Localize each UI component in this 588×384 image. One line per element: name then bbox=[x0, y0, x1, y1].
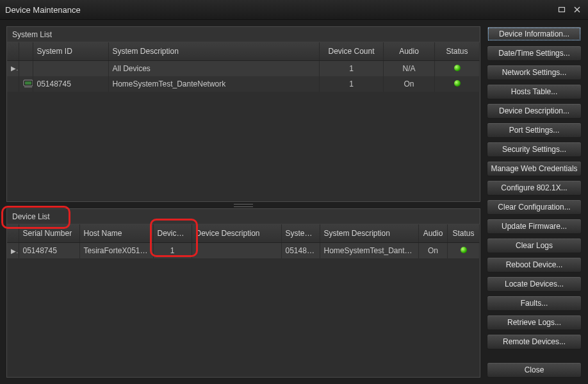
col-status[interactable]: Status bbox=[448, 224, 480, 243]
row-system-desc: HomeSystemTest_DanteNet... bbox=[320, 243, 419, 258]
system-list-row[interactable]: 05148745 HomeSystemTest_DanteNetwork 1 O… bbox=[7, 76, 480, 92]
col-device-id[interactable]: Device ID bbox=[153, 224, 192, 243]
left-column: System List bbox=[6, 26, 480, 378]
col-system-id[interactable]: System ID bbox=[33, 42, 108, 61]
device-information-button[interactable]: Device Information... bbox=[487, 26, 582, 42]
device-description-button[interactable]: Device Description... bbox=[487, 103, 582, 119]
system-list-row[interactable]: ▶ All Devices 1 N/A bbox=[7, 61, 480, 76]
col-system-desc[interactable]: System Description bbox=[108, 42, 320, 61]
hosts-table-button[interactable]: Hosts Table... bbox=[487, 84, 582, 99]
manage-web-credentials-button[interactable]: Manage Web Credentials bbox=[487, 161, 582, 176]
remote-devices-button[interactable]: Remote Devices... bbox=[487, 334, 582, 349]
col-system-id[interactable]: System ID bbox=[281, 224, 320, 243]
close-window-button[interactable] bbox=[571, 4, 583, 15]
row-indicator-icon bbox=[7, 76, 19, 92]
col-serial[interactable]: Serial Number bbox=[19, 224, 79, 243]
row-icon-cell bbox=[19, 76, 33, 92]
col-host-name[interactable]: Host Name bbox=[79, 224, 153, 243]
row-device-count: 1 bbox=[320, 61, 384, 76]
device-icon bbox=[23, 79, 33, 88]
row-indicator-icon: ▶ bbox=[7, 61, 19, 76]
col-device-count[interactable]: Device Count bbox=[320, 42, 384, 61]
system-list-table: System ID System Description Device Coun… bbox=[7, 42, 480, 92]
device-list-header-row: Serial Number Host Name Device ID Device… bbox=[7, 224, 480, 243]
svg-rect-0 bbox=[559, 8, 565, 12]
status-dot-icon bbox=[461, 247, 467, 253]
device-maintenance-window: Device Maintenance System List bbox=[0, 0, 588, 384]
row-system-id: 05148745 bbox=[33, 76, 108, 92]
window-title: Device Maintenance bbox=[5, 5, 552, 15]
row-system-desc: HomeSystemTest_DanteNetwork bbox=[108, 76, 320, 92]
row-system-desc: All Devices bbox=[108, 61, 320, 76]
row-status bbox=[435, 61, 480, 76]
clear-configuration-button[interactable]: Clear Configuration... bbox=[487, 199, 582, 215]
col-arrow[interactable] bbox=[7, 42, 19, 61]
system-list-header-row: System ID System Description Device Coun… bbox=[7, 42, 480, 61]
network-settings-button[interactable]: Network Settings... bbox=[487, 65, 582, 80]
row-audio: On bbox=[419, 243, 448, 258]
system-list-title: System List bbox=[7, 27, 480, 42]
system-list-body: System ID System Description Device Coun… bbox=[7, 42, 480, 201]
col-audio[interactable]: Audio bbox=[419, 224, 448, 243]
locate-devices-button[interactable]: Locate Devices... bbox=[487, 276, 582, 292]
col-device-desc[interactable]: Device Description bbox=[192, 224, 281, 243]
svg-rect-4 bbox=[25, 81, 31, 85]
row-host-name: TesiraForteX05148745 bbox=[79, 243, 153, 258]
row-status bbox=[435, 76, 480, 92]
clear-logs-button[interactable]: Clear Logs bbox=[487, 238, 582, 253]
title-bar: Device Maintenance bbox=[0, 0, 588, 20]
col-system-desc[interactable]: System Description bbox=[320, 224, 419, 243]
port-settings-button[interactable]: Port Settings... bbox=[487, 122, 582, 138]
row-system-id bbox=[33, 61, 108, 76]
row-audio: N/A bbox=[384, 61, 435, 76]
device-list-table: Serial Number Host Name Device ID Device… bbox=[7, 224, 480, 258]
row-system-id: 05148745 bbox=[281, 243, 320, 258]
row-device-id: 1 bbox=[153, 243, 192, 258]
device-list-panel: Device List bbox=[6, 208, 480, 378]
device-list-body: Serial Number Host Name Device ID Device… bbox=[7, 224, 480, 377]
row-indicator-icon: ▶ bbox=[7, 243, 19, 258]
row-status bbox=[448, 243, 480, 258]
device-list-row[interactable]: ▶ 05148745 TesiraForteX05148745 1 051487… bbox=[7, 243, 480, 258]
sidebar-spacer bbox=[487, 353, 582, 358]
configure-8021x-button[interactable]: Configure 802.1X... bbox=[487, 180, 582, 196]
window-body: System List bbox=[0, 20, 588, 384]
retrieve-logs-button[interactable]: Retrieve Logs... bbox=[487, 315, 582, 330]
row-serial: 05148745 bbox=[19, 243, 79, 258]
row-device-count: 1 bbox=[320, 76, 384, 92]
status-dot-icon bbox=[454, 80, 461, 87]
system-list-panel: System List bbox=[6, 26, 480, 202]
date-time-settings-button[interactable]: Date/Time Settings... bbox=[487, 46, 582, 61]
row-device-desc bbox=[192, 243, 281, 258]
sidebar: Device Information... Date/Time Settings… bbox=[487, 26, 582, 378]
svg-rect-5 bbox=[24, 87, 32, 88]
device-list-title: Device List bbox=[7, 209, 480, 224]
col-icon[interactable] bbox=[19, 42, 33, 61]
col-audio[interactable]: Audio bbox=[384, 42, 435, 61]
maximize-button[interactable] bbox=[556, 4, 568, 15]
col-status[interactable]: Status bbox=[435, 42, 480, 61]
faults-button[interactable]: Faults... bbox=[487, 296, 582, 311]
col-arrow[interactable] bbox=[7, 224, 19, 243]
row-audio: On bbox=[384, 76, 435, 92]
update-firmware-button[interactable]: Update Firmware... bbox=[487, 219, 582, 234]
close-button[interactable]: Close bbox=[487, 362, 582, 378]
security-settings-button[interactable]: Security Settings... bbox=[487, 142, 582, 157]
reboot-device-button[interactable]: Reboot Device... bbox=[487, 257, 582, 272]
row-icon-cell bbox=[19, 61, 33, 76]
panel-split-gripper[interactable] bbox=[6, 202, 480, 208]
status-dot-icon bbox=[454, 65, 461, 71]
